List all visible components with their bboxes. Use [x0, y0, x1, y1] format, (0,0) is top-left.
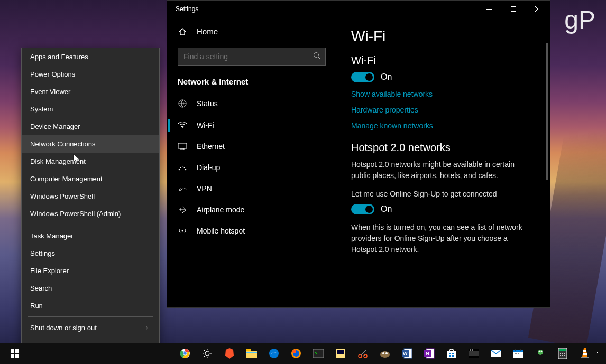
ctx-separator [28, 316, 153, 317]
taskbar-mail-icon[interactable] [485, 343, 507, 364]
taskbar-explorer-icon[interactable] [241, 343, 262, 364]
svg-text:N: N [426, 351, 429, 356]
ctx-disk-management[interactable]: Disk Management [22, 153, 159, 170]
nav-item-ethernet[interactable]: Ethernet [167, 136, 336, 157]
taskbar-store-icon[interactable] [441, 343, 462, 364]
ctx-file-explorer[interactable]: File Explorer [22, 262, 159, 279]
svg-rect-61 [469, 356, 479, 358]
hotspot-icon [178, 227, 187, 235]
online-signup-label: Let me use Online Sign-Up to get connect… [351, 189, 534, 200]
svg-line-5 [318, 57, 320, 59]
taskbar-calc-icon[interactable] [552, 343, 573, 364]
ctx-separator [28, 225, 153, 225]
ctx-system[interactable]: System [22, 100, 159, 118]
wifi-toggle-label: On [381, 72, 392, 82]
nav-category-heading: Network & Internet [167, 74, 336, 92]
svg-line-29 [204, 356, 205, 357]
taskbar-vlc-icon[interactable] [574, 343, 595, 364]
taskbar-vpn-app-icon[interactable] [530, 343, 551, 364]
svg-line-44 [360, 350, 366, 356]
nav-item-label: Mobile hotspot [197, 227, 245, 235]
ctx-settings[interactable]: Settings [22, 245, 159, 262]
svg-rect-66 [513, 350, 523, 352]
ethernet-icon [178, 143, 187, 150]
taskbar-word-icon[interactable]: W [397, 343, 418, 364]
status-icon [178, 99, 187, 108]
link-hardware-properties[interactable]: Hardware properties [351, 106, 534, 114]
wifi-toggle[interactable] [351, 72, 374, 82]
vpn-icon [178, 185, 187, 192]
svg-line-27 [204, 350, 205, 351]
ctx-shutdown[interactable]: Shut down or sign out 〉 [22, 319, 159, 337]
maximize-button[interactable] [501, 1, 526, 17]
svg-rect-75 [559, 349, 566, 351]
taskbar-snip-icon[interactable] [352, 343, 373, 364]
svg-rect-1 [511, 7, 516, 12]
taskbar-brave-icon[interactable] [219, 343, 240, 364]
page-title: Wi-Fi [351, 28, 534, 45]
taskbar-chrome-icon[interactable] [175, 343, 196, 364]
nav-item-hotspot[interactable]: Mobile hotspot [167, 220, 336, 241]
taskbar-putty-icon[interactable] [330, 343, 351, 364]
dialup-icon [178, 164, 187, 171]
svg-rect-82 [583, 350, 586, 352]
ctx-powershell-admin[interactable]: Windows PowerShell (Admin) [22, 205, 159, 222]
link-manage-networks[interactable]: Manage known networks [351, 122, 534, 130]
ctx-computer-management[interactable]: Computer Management [22, 170, 159, 188]
hotspot-heading: Hotspot 2.0 networks [351, 142, 534, 154]
online-signup-toggle[interactable] [351, 204, 374, 214]
taskbar-video-icon[interactable] [463, 343, 484, 364]
nav-item-vpn[interactable]: VPN [167, 178, 336, 199]
svg-point-71 [538, 350, 543, 355]
wifi-icon [178, 122, 187, 129]
nav-home[interactable]: Home [167, 22, 336, 41]
svg-point-80 [562, 355, 563, 356]
settings-window: Settings Home Network & [167, 0, 550, 308]
svg-point-81 [564, 355, 565, 356]
ctx-powershell[interactable]: Windows PowerShell [22, 188, 159, 205]
taskbar-terminal-icon[interactable]: >_ [308, 343, 329, 364]
nav-item-airplane[interactable]: Airplane mode [167, 199, 336, 220]
taskbar-edge-icon[interactable] [263, 343, 284, 364]
link-show-networks[interactable]: Show available networks [351, 90, 534, 98]
svg-point-45 [380, 351, 390, 358]
titlebar[interactable]: Settings [167, 1, 550, 17]
taskbar-gimp-icon[interactable] [374, 343, 396, 364]
svg-point-4 [314, 53, 319, 58]
ctx-power-options[interactable]: Power Options [22, 66, 159, 83]
ctx-event-viewer[interactable]: Event Viewer [22, 83, 159, 100]
close-button[interactable] [526, 1, 550, 17]
taskbar-brightness-icon[interactable] [197, 343, 218, 364]
svg-point-13 [182, 230, 183, 232]
ctx-run[interactable]: Run [22, 297, 159, 314]
taskbar: >_ W N [0, 343, 606, 364]
nav-item-wifi[interactable]: Wi-Fi [167, 115, 336, 136]
taskbar-onenote-icon[interactable]: N [419, 343, 440, 364]
taskbar-calendar-icon[interactable] [508, 343, 529, 364]
nav-search[interactable] [178, 48, 326, 66]
settings-nav: Home Network & Internet Status Wi-Fi [167, 17, 336, 307]
ctx-network-connections[interactable]: Network Connections [22, 135, 159, 153]
nav-item-label: Airplane mode [197, 206, 244, 214]
ctx-task-manager[interactable]: Task Manager [22, 227, 159, 245]
watermark-logo: gP [564, 5, 595, 34]
search-input[interactable] [178, 48, 326, 66]
ctx-apps-features[interactable]: Apps and Features [22, 48, 159, 66]
svg-rect-84 [581, 357, 589, 358]
settings-content: Wi-Fi Wi-Fi On Show available networks H… [336, 17, 550, 307]
nav-item-status[interactable]: Status [167, 92, 336, 115]
svg-point-22 [205, 351, 209, 356]
svg-rect-9 [181, 148, 184, 150]
taskbar-firefox-icon[interactable] [286, 343, 307, 364]
minimize-button[interactable] [477, 1, 501, 17]
online-signup-toggle-label: On [381, 204, 392, 214]
scrollbar[interactable] [546, 43, 548, 180]
ctx-device-manager[interactable]: Device Manager [22, 118, 159, 135]
ctx-search[interactable]: Search [22, 279, 159, 297]
nav-item-dialup[interactable]: Dial-up [167, 157, 336, 178]
tray-chevron-icon[interactable] [595, 352, 601, 355]
start-button[interactable] [3, 343, 26, 364]
system-tray[interactable] [595, 352, 603, 355]
svg-point-78 [564, 353, 565, 354]
svg-rect-70 [518, 353, 519, 354]
